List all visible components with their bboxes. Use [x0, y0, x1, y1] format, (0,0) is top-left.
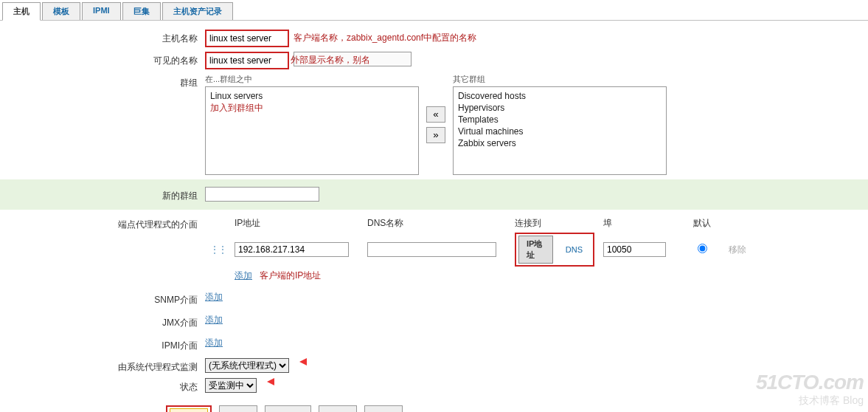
defhdr: 默认	[693, 218, 711, 228]
monitoredby-label: 由系统代理程式监测	[0, 358, 205, 374]
ip-input[interactable]	[235, 242, 349, 257]
tab-模板[interactable]: 模板	[42, 2, 80, 20]
connect-ip-button[interactable]: IP地址	[518, 236, 553, 264]
status-label: 状态	[0, 378, 205, 394]
porthdr: 埠	[603, 218, 612, 228]
jmx-iface-label: JMX介面	[0, 314, 205, 329]
move-right-button[interactable]: »	[426, 127, 445, 143]
arrow-icon	[299, 358, 307, 365]
visiblename-annotation: 外部显示名称，别名	[291, 52, 370, 66]
dnshdr: DNS名称	[367, 218, 403, 228]
drag-handle-icon[interactable]: ⋮⋮	[209, 244, 226, 255]
add-agent-iface-link[interactable]: 添加	[235, 270, 252, 281]
hostname-input[interactable]	[206, 31, 288, 46]
in-groups-list[interactable]: Linux servers加入到群组中	[205, 86, 419, 175]
tab-主机[interactable]: 主机	[2, 2, 41, 21]
ip-annotation: 客户端的IP地址	[260, 268, 321, 281]
port-input[interactable]	[603, 242, 666, 257]
hostname-annotation: 客户端名称，zabbix_agentd.conf中配置的名称	[294, 30, 476, 44]
add-jmx-link[interactable]: 添加	[205, 314, 223, 326]
tab-巨集[interactable]: 巨集	[122, 2, 161, 20]
other-groups-header: 其它群组	[453, 74, 667, 85]
other-groups-list[interactable]: Discovered hostsHypervisorsTemplatesVirt…	[453, 86, 667, 175]
default-iface-radio[interactable]	[698, 244, 707, 253]
tab-IPMI[interactable]: IPMI	[82, 2, 121, 20]
add-ipmi-link[interactable]: 添加	[205, 337, 223, 349]
ipmi-iface-label: IPMI介面	[0, 337, 205, 352]
clone-button[interactable]: 克隆	[219, 405, 257, 412]
dns-input[interactable]	[367, 242, 496, 257]
visiblename-label: 可见的名称	[0, 52, 205, 67]
newgroup-input[interactable]	[205, 187, 319, 202]
connhdr: 连接到	[515, 218, 541, 228]
arrow-icon	[267, 378, 274, 385]
iphdr: IP地址	[235, 218, 260, 228]
hostname-label: 主机名称	[0, 30, 205, 45]
move-left-button[interactable]: «	[426, 106, 445, 123]
status-select[interactable]: 受监测中	[205, 378, 257, 393]
in-groups-header: 在...群组之中	[205, 74, 419, 85]
cancel-button[interactable]: 取消	[364, 405, 403, 412]
fullclone-button[interactable]: 全克隆	[265, 405, 311, 412]
save-button[interactable]: 存档	[170, 408, 208, 412]
tab-主机资产记录[interactable]: 主机资产记录	[162, 2, 233, 20]
visiblename-input[interactable]	[206, 53, 288, 68]
groups-label: 群组	[0, 74, 205, 89]
newgroup-label: 新的群组	[0, 187, 205, 202]
add-snmp-link[interactable]: 添加	[205, 291, 223, 303]
snmp-iface-label: SNMP介面	[0, 291, 205, 306]
agent-iface-label: 端点代理程式的介面	[0, 216, 205, 231]
delete-button[interactable]: 删除	[319, 405, 357, 412]
monitoredby-select[interactable]: (无系统代理程式)	[205, 358, 289, 373]
remove-iface-link[interactable]: 移除	[729, 244, 746, 255]
connect-dns-button[interactable]: DNS	[558, 242, 591, 257]
